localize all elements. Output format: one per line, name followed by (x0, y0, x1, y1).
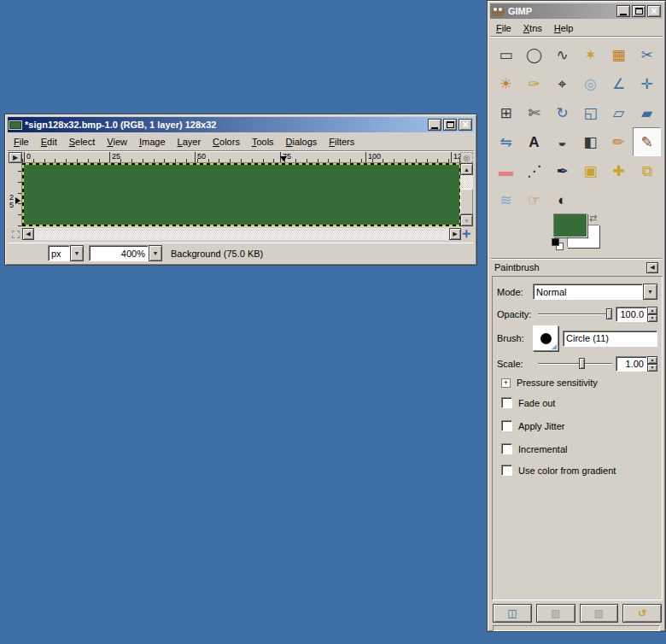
tool-airbrush[interactable]: ⋰ (520, 156, 548, 185)
scroll-up-icon[interactable]: ▲ (460, 163, 473, 175)
mode-value[interactable]: Normal (533, 284, 643, 300)
scroll-left-icon[interactable]: ◀ (22, 228, 34, 240)
spin-down-icon[interactable]: ▼ (647, 364, 657, 372)
spin-up-icon[interactable]: ▲ (647, 356, 657, 364)
tool-gradient[interactable]: ◧ (576, 127, 605, 156)
menu-colors[interactable]: Colors (207, 134, 246, 149)
menu-file[interactable]: File (490, 20, 517, 36)
tool-smudge[interactable]: ☞ (520, 185, 548, 214)
brush-name-field[interactable]: Circle (11) (563, 331, 657, 347)
brush-preview-button[interactable] (533, 325, 558, 351)
apply-jitter-checkbox[interactable] (501, 420, 512, 431)
scroll-right-icon[interactable]: ▶ (449, 228, 461, 240)
tool-scale[interactable]: ◱ (576, 98, 605, 127)
menu-filters[interactable]: Filters (323, 134, 360, 149)
tool-paintbrush[interactable]: ✎ (633, 127, 661, 156)
toolbox-titlebar[interactable]: GIMP × (490, 3, 663, 19)
quickmask-toggle-button[interactable] (9, 228, 22, 240)
pressure-sensitivity-expander[interactable]: + Pressure sensitivity (501, 378, 598, 388)
slider-thumb[interactable] (606, 308, 612, 319)
chevron-down-icon[interactable]: ▼ (70, 245, 84, 261)
unit-combo[interactable]: px ▼ (48, 245, 84, 261)
tool-rectangle-select[interactable]: ▭ (492, 40, 520, 69)
restore-options-button[interactable]: ▨ (536, 604, 575, 623)
close-button[interactable]: × (459, 119, 472, 131)
expand-plus-icon[interactable]: + (501, 378, 511, 388)
fade-out-checkbox-row[interactable]: Fade out (501, 397, 555, 408)
chevron-down-icon[interactable]: ▼ (149, 245, 162, 261)
menu-view[interactable]: View (101, 134, 133, 149)
tool-ellipse-select[interactable]: ◯ (520, 40, 548, 69)
tool-eraser[interactable]: ▬ (492, 156, 520, 185)
tool-text[interactable]: A (520, 127, 548, 156)
tool-scissors-select[interactable]: ✂ (633, 40, 661, 69)
horizontal-scrollbar[interactable]: ◀ ▶ (22, 228, 461, 240)
vertical-ruler[interactable]: 25 (9, 163, 22, 226)
menu-xtns[interactable]: Xtns (517, 20, 548, 36)
zoom-follow-window-button[interactable]: ◎ (460, 152, 473, 163)
tool-perspective-clone[interactable]: ⧉ (633, 156, 661, 185)
scroll-down-icon[interactable]: ▼ (460, 214, 473, 226)
tab-menu-button[interactable]: ◀ (646, 262, 658, 273)
menu-select[interactable]: Select (63, 134, 102, 149)
incremental-checkbox[interactable] (501, 443, 512, 454)
use-color-from-gradient-checkbox-row[interactable]: Use color from gradient (501, 465, 616, 476)
spin-up-icon[interactable]: ▲ (647, 307, 657, 314)
tool-blur-sharpen[interactable]: ≋ (492, 185, 520, 214)
tool-dodge-burn[interactable]: ◐ (548, 185, 576, 214)
maximize-button[interactable] (443, 119, 457, 131)
menu-help[interactable]: Help (548, 20, 580, 36)
maximize-button[interactable] (632, 5, 646, 17)
tool-select-by-color[interactable]: ▦ (605, 40, 633, 69)
tool-align[interactable]: ⊞ (492, 98, 520, 127)
opacity-spinner[interactable]: 100.0 ▲▼ (616, 307, 657, 322)
tool-heal[interactable]: ✚ (605, 156, 633, 185)
tool-flip[interactable]: ⇋ (492, 127, 520, 156)
tool-pencil[interactable]: ✏ (605, 127, 633, 156)
minimize-button[interactable] (428, 119, 441, 131)
minimize-button[interactable] (616, 5, 630, 17)
tool-bucket-fill[interactable]: ◒ (548, 127, 576, 156)
close-button[interactable]: × (647, 5, 661, 17)
delete-options-button[interactable]: ▧ (580, 604, 619, 623)
tool-measure[interactable]: ∠ (605, 69, 633, 98)
default-colors-button[interactable] (552, 238, 564, 250)
menu-dialogs[interactable]: Dialogs (280, 134, 324, 149)
tool-crop[interactable]: ✄ (520, 98, 548, 127)
image-menu-button[interactable]: ▶ (9, 152, 22, 163)
scale-slider[interactable] (538, 357, 612, 370)
reset-options-button[interactable]: ↺ (622, 604, 662, 623)
tool-shear[interactable]: ▱ (605, 98, 633, 127)
tool-move[interactable]: ✛ (633, 69, 661, 98)
tool-paths[interactable]: ✑ (520, 69, 548, 98)
scrollbar-thumb[interactable] (460, 189, 473, 214)
zoom-combo[interactable]: 400% ▼ (89, 245, 162, 261)
mode-dropdown[interactable]: Normal ▼ (533, 284, 657, 300)
spin-down-icon[interactable]: ▼ (647, 314, 657, 322)
scrollbar-trough[interactable] (460, 175, 473, 189)
tool-rotate[interactable]: ↻ (548, 98, 576, 127)
apply-jitter-checkbox-row[interactable]: Apply Jitter (501, 420, 564, 431)
unit-value[interactable]: px (48, 245, 70, 261)
tool-fuzzy-select[interactable]: ✶ (576, 40, 605, 69)
image-canvas[interactable] (22, 163, 461, 226)
tool-foreground-select[interactable]: ☀ (492, 69, 520, 98)
scale-value[interactable]: 1.00 (616, 356, 647, 372)
scale-spinner[interactable]: 1.00 ▲▼ (616, 356, 657, 372)
menu-edit[interactable]: Edit (35, 134, 63, 149)
menu-image[interactable]: Image (133, 134, 172, 149)
tool-color-picker[interactable]: ⌖ (548, 69, 576, 98)
menu-layer[interactable]: Layer (172, 134, 207, 149)
menu-tools[interactable]: Tools (246, 134, 280, 149)
opacity-slider[interactable] (538, 307, 612, 320)
tool-perspective[interactable]: ▰ (633, 98, 661, 127)
opacity-value[interactable]: 100.0 (616, 307, 647, 322)
menu-file[interactable]: File (8, 134, 35, 149)
slider-thumb[interactable] (579, 358, 585, 369)
use-color-from-gradient-checkbox[interactable] (501, 465, 512, 476)
vertical-scrollbar[interactable]: ▲ ▼ (460, 163, 473, 226)
tool-magnify[interactable]: ◎ (576, 69, 605, 98)
fade-out-checkbox[interactable] (501, 397, 512, 408)
image-window-titlebar[interactable]: *sign128x32.bmp-1.0 (RGB, 1 layer) 128x3… (8, 117, 474, 132)
horizontal-ruler[interactable]: 0 25 50 75 100 125 (22, 152, 461, 163)
